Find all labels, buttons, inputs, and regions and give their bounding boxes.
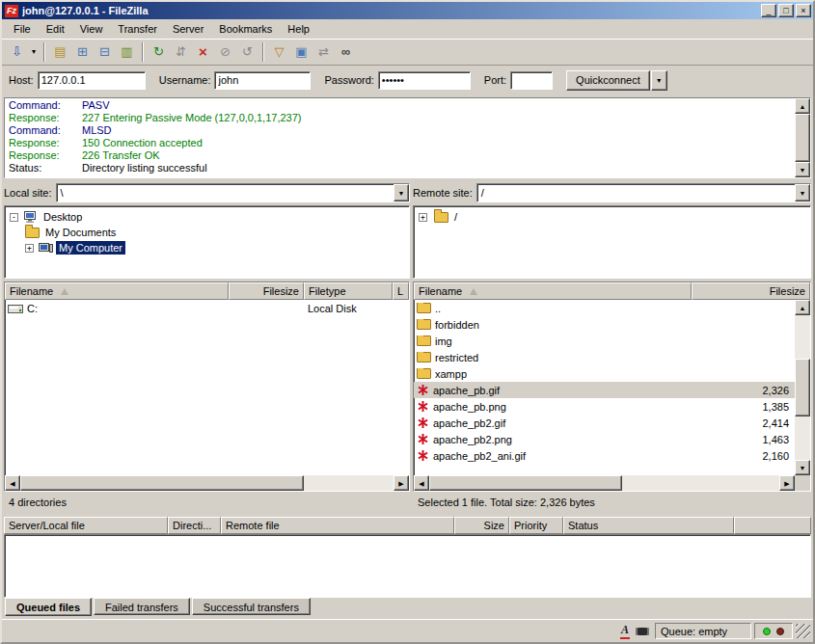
- scroll-right-icon[interactable]: ▶: [779, 475, 795, 491]
- menu-view[interactable]: View: [72, 20, 111, 38]
- remote-site-combo[interactable]: / ▼: [476, 183, 811, 202]
- abort-icon[interactable]: ×: [192, 41, 214, 63]
- tab-queued-files[interactable]: Queued files: [5, 598, 92, 616]
- log-scrollbar[interactable]: ▲ ▼: [795, 98, 810, 177]
- menu-file[interactable]: File: [6, 20, 39, 38]
- toggle-local-tree-icon[interactable]: ⊞: [71, 41, 94, 63]
- menu-server[interactable]: Server: [165, 20, 211, 38]
- queue-size-panel: Queue: empty: [655, 623, 751, 639]
- site-manager-icon[interactable]: ⇩: [6, 41, 28, 63]
- scroll-left-icon[interactable]: ◀: [414, 475, 429, 491]
- folder-icon: [417, 303, 431, 313]
- scroll-right-icon[interactable]: ▶: [394, 475, 409, 491]
- local-file-list: Filename Filesize Filetype L C: Local Di…: [4, 282, 410, 492]
- scroll-thumb[interactable]: [429, 475, 622, 491]
- column-header-filesize[interactable]: Filesize: [229, 282, 304, 300]
- log-line-text: Directory listing successful: [82, 162, 207, 174]
- menu-transfer[interactable]: Transfer: [110, 20, 165, 38]
- menu-edit[interactable]: Edit: [39, 20, 72, 38]
- log-line-label: Command:: [9, 99, 82, 112]
- maximize-button[interactable]: □: [778, 4, 794, 17]
- scroll-up-icon[interactable]: ▲: [795, 300, 810, 315]
- password-input[interactable]: [378, 71, 471, 90]
- tab-successful-transfers[interactable]: Successful transfers: [192, 598, 311, 615]
- file-row[interactable]: xampp: [414, 365, 795, 382]
- resize-grip[interactable]: [796, 624, 810, 638]
- site-manager-dropdown-icon[interactable]: ▾: [28, 41, 40, 63]
- file-row[interactable]: restricted: [414, 349, 795, 365]
- column-header-filename[interactable]: Filename: [5, 282, 229, 300]
- column-header-remote-file[interactable]: Remote file: [221, 517, 454, 534]
- log-line-text: 227 Entering Passive Mode (127,0,0,1,17,…: [82, 112, 301, 123]
- disconnect-icon[interactable]: ⊘: [214, 41, 236, 63]
- username-input[interactable]: [214, 71, 311, 90]
- tab-failed-transfers[interactable]: Failed transfers: [94, 598, 190, 615]
- scroll-thumb[interactable]: [795, 114, 810, 162]
- close-button[interactable]: ×: [796, 4, 811, 17]
- tree-item-desktop[interactable]: - Desktop: [5, 209, 409, 225]
- file-row[interactable]: apache_pb2_ani.gif 2,160: [414, 447, 795, 464]
- column-header-direction[interactable]: Directi...: [168, 517, 221, 534]
- file-row[interactable]: apache_pb2.png 1,463: [414, 431, 795, 447]
- file-row[interactable]: apache_pb2.gif 2,414: [414, 415, 795, 431]
- local-site-combo[interactable]: \ ▼: [56, 183, 410, 202]
- column-header-server-local-file[interactable]: Server/Local file: [4, 517, 168, 534]
- scroll-down-icon[interactable]: ▼: [795, 162, 810, 177]
- remote-hscrollbar[interactable]: ◀ ▶: [414, 475, 810, 491]
- column-header-filename[interactable]: Filename: [414, 282, 692, 300]
- column-header-size[interactable]: Size: [454, 517, 509, 534]
- expand-icon[interactable]: +: [419, 213, 427, 222]
- chevron-down-icon[interactable]: ▼: [394, 184, 409, 201]
- column-header-lastmodified[interactable]: L: [393, 282, 409, 300]
- scroll-thumb[interactable]: [20, 475, 304, 491]
- menu-bookmarks[interactable]: Bookmarks: [211, 20, 280, 38]
- tree-item-my-documents[interactable]: My Documents: [5, 225, 409, 240]
- scroll-left-icon[interactable]: ◀: [5, 475, 20, 491]
- minimize-button[interactable]: _: [761, 4, 776, 17]
- file-size: 1,463: [692, 434, 795, 445]
- reconnect-icon[interactable]: ↺: [236, 41, 258, 63]
- column-header-priority[interactable]: Priority: [509, 517, 563, 534]
- filter-icon[interactable]: ▽: [268, 41, 290, 63]
- scroll-thumb[interactable]: [795, 359, 810, 416]
- quickconnect-dropdown-icon[interactable]: ▼: [651, 70, 667, 91]
- menu-help[interactable]: Help: [280, 20, 317, 38]
- file-name: apache_pb2_ani.gif: [433, 450, 526, 462]
- column-header-status[interactable]: Status: [563, 517, 734, 534]
- folder-icon: [417, 319, 431, 330]
- expand-icon[interactable]: +: [25, 244, 34, 253]
- scroll-up-icon[interactable]: ▲: [795, 98, 810, 114]
- compare-icon[interactable]: ▣: [290, 41, 312, 63]
- chevron-down-icon[interactable]: ▼: [795, 184, 810, 201]
- toggle-queue-icon[interactable]: ▥: [116, 41, 138, 63]
- find-icon[interactable]: ∞: [335, 41, 357, 63]
- file-row-selected[interactable]: apache_pb.gif 2,326: [414, 382, 795, 398]
- toggle-message-log-icon[interactable]: ▤: [49, 41, 71, 63]
- tree-item-my-computer[interactable]: + My Computer: [5, 240, 409, 255]
- file-row[interactable]: C: Local Disk: [5, 300, 409, 316]
- file-name: apache_pb.png: [433, 401, 506, 413]
- port-input[interactable]: [510, 71, 553, 90]
- quickconnect-button[interactable]: Quickconnect: [566, 70, 650, 91]
- file-row[interactable]: ..: [414, 300, 795, 316]
- log-line-text: 226 Transfer OK: [82, 149, 160, 161]
- column-header-filetype[interactable]: Filetype: [304, 282, 393, 300]
- file-row[interactable]: img: [414, 333, 795, 349]
- file-row[interactable]: apache_pb.png 1,385: [414, 398, 795, 415]
- remote-status-text: Selected 1 file. Total size: 2,326 bytes: [413, 496, 811, 508]
- tree-item-root[interactable]: + /: [414, 209, 810, 225]
- file-row[interactable]: forbidden: [414, 316, 795, 333]
- queue-list[interactable]: [4, 534, 811, 598]
- scroll-down-icon[interactable]: ▼: [795, 460, 810, 475]
- titlebar[interactable]: Fz john@127.0.0.1 - FileZilla _ □ ×: [2, 2, 813, 19]
- transfer-type-icon[interactable]: A: [620, 623, 630, 639]
- host-input[interactable]: [38, 71, 146, 90]
- local-hscrollbar[interactable]: ◀ ▶: [5, 475, 409, 491]
- collapse-icon[interactable]: -: [10, 213, 18, 222]
- toggle-remote-tree-icon[interactable]: ⊟: [94, 41, 116, 63]
- column-header-filesize[interactable]: Filesize: [692, 282, 810, 300]
- refresh-icon[interactable]: ↻: [148, 41, 170, 63]
- sync-browse-icon[interactable]: ⇄: [312, 41, 335, 63]
- process-queue-icon[interactable]: ⇵: [170, 41, 192, 63]
- remote-vscrollbar[interactable]: ▲ ▼: [795, 300, 810, 475]
